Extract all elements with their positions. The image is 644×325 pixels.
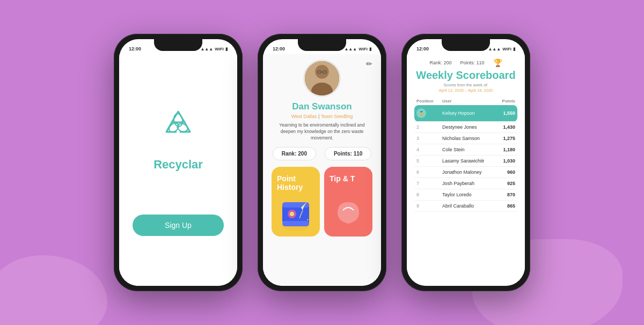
- status-icons-3: ▲▲▲ WiFi ▮: [488, 47, 515, 51]
- wifi-icon: WiFi: [215, 47, 224, 51]
- avatar: [303, 60, 341, 97]
- phone3-content: Rank: 200 Points: 110 🏆 Weekly Scoreboar…: [407, 54, 525, 286]
- cards-row: Point History: [272, 167, 372, 237]
- cell-user: Destynee Jones: [440, 122, 496, 133]
- profile-bio: Yearning to be enviromentally inclined a…: [272, 122, 372, 142]
- cell-user: Cole Stein: [440, 144, 496, 156]
- card-tips[interactable]: Tip & T: [324, 167, 372, 237]
- table-header-row: Position User Points: [414, 97, 517, 105]
- edit-icon[interactable]: ✏: [366, 60, 372, 68]
- rank-display: Rank: 200: [429, 60, 451, 65]
- phones-container: 12:00 ▲▲▲ WiFi ▮: [114, 34, 530, 291]
- status-icons-2: ▲▲▲ WiFi ▮: [344, 47, 371, 51]
- cell-position: 🏅: [414, 105, 440, 122]
- cell-points: 1,275: [496, 133, 517, 144]
- notch-1: [154, 39, 202, 51]
- col-user: User: [440, 97, 496, 105]
- app-name: Recyclar: [153, 158, 203, 172]
- cell-user: Jonathon Maloney: [440, 167, 496, 178]
- table-row: 3 Nicholas Samson 1,275: [414, 133, 517, 144]
- points-value: 110: [354, 151, 363, 157]
- table-row: 4 Cole Stein 1,180: [414, 144, 517, 156]
- phone-scoreboard: 12:00 ▲▲▲ WiFi ▮ Rank: 200 Points: 110 🏆…: [401, 34, 530, 291]
- time-2: 12:00: [273, 46, 285, 51]
- table-row: 6 Jonathon Maloney 960: [414, 167, 517, 178]
- cell-user: Taylor Loredo: [440, 189, 496, 201]
- table-row: 2 Destynee Jones 1,430: [414, 122, 517, 133]
- phone-recyclar: 12:00 ▲▲▲ WiFi ▮: [114, 34, 243, 291]
- tips-illustration: [332, 191, 364, 234]
- score-table: Position User Points 🏅 Kelsey Hopson 1,5…: [414, 97, 517, 212]
- table-row: 5 Lasamy Sarawichitr 1,030: [414, 156, 517, 167]
- cell-position: 4: [414, 144, 440, 156]
- points-display: Points: 110: [460, 60, 485, 65]
- wifi-icon-2: WiFi: [358, 47, 368, 51]
- col-points: Points: [496, 97, 517, 105]
- notch-3: [442, 39, 490, 51]
- svg-rect-11: [282, 202, 309, 208]
- score-tbody: 🏅 Kelsey Hopson 1,5502 Destynee Jones 1,…: [414, 105, 517, 212]
- signup-button[interactable]: Sign Up: [133, 215, 224, 236]
- time-1: 12:00: [129, 46, 141, 51]
- cell-user: Josh Payberah: [440, 178, 496, 189]
- cell-points: 1,430: [496, 122, 517, 133]
- team-label: Team Seedling: [321, 114, 353, 119]
- cell-position: 6: [414, 167, 440, 178]
- cell-user: Lasamy Sarawichitr: [440, 156, 496, 167]
- battery-icon-2: ▮: [369, 47, 371, 51]
- card-point-history-title: Point History: [277, 174, 314, 193]
- cell-points: 1,030: [496, 156, 517, 167]
- cell-position: 2: [414, 122, 440, 133]
- svg-text:✦: ✦: [306, 218, 309, 221]
- status-icons-1: ▲▲▲ WiFi ▮: [200, 47, 228, 51]
- cell-position: 3: [414, 133, 440, 144]
- phone1-content: Recyclar Sign Up: [119, 54, 237, 286]
- cell-points: 960: [496, 167, 517, 178]
- cell-position: 5: [414, 156, 440, 167]
- svg-text:✦: ✦: [280, 220, 284, 225]
- signal-icon-3: ▲▲▲: [488, 47, 501, 51]
- table-row: 🏅 Kelsey Hopson 1,550: [414, 105, 517, 122]
- cell-points: 1,550: [496, 105, 517, 122]
- scoreboard-date: April 12, 2020 – April 18, 2020: [414, 88, 517, 93]
- top-rank-row: Rank: 200 Points: 110 🏆: [414, 58, 517, 67]
- card-point-history[interactable]: Point History: [272, 167, 320, 237]
- table-row: 8 Taylor Loredo 870: [414, 189, 517, 201]
- table-row: 7 Josh Payberah 925: [414, 178, 517, 189]
- svg-point-14: [290, 212, 294, 216]
- cell-user: Kelsey Hopson: [440, 105, 496, 122]
- profile-location: West Dallas | Team Seedling: [291, 114, 353, 119]
- col-position: Position: [414, 97, 440, 105]
- phone2-content: ✏ Dan Sw: [263, 54, 381, 286]
- rank-points-row: Rank: 200 Points: 110: [273, 147, 372, 160]
- cell-user: Abril Caraballo: [440, 201, 496, 212]
- cell-points: 1,180: [496, 144, 517, 156]
- scoreboard-subtitle: Scores from the week of:: [414, 83, 517, 87]
- profile-name: Dan Swanson: [292, 101, 352, 112]
- recycle-icon: [157, 104, 200, 147]
- cell-points: 865: [496, 201, 517, 212]
- battery-icon-3: ▮: [513, 47, 515, 51]
- scroll-illustration: ✦ ✦: [272, 191, 320, 234]
- trophy-icon: 🏆: [493, 58, 502, 67]
- signal-icon-2: ▲▲▲: [344, 47, 357, 51]
- recycle-icon-wrap: [157, 104, 200, 149]
- cell-position: 9: [414, 201, 440, 212]
- cell-position: 7: [414, 178, 440, 189]
- rank-value: 200: [298, 151, 307, 157]
- card-tips-title: Tip & T: [330, 174, 355, 183]
- svg-rect-12: [282, 221, 309, 226]
- person-silhouette: [305, 61, 339, 95]
- cell-position: 8: [414, 189, 440, 201]
- phone-profile: 12:00 ▲▲▲ WiFi ▮ ✏: [258, 34, 386, 291]
- battery-icon: ▮: [225, 47, 228, 51]
- rank-box: Rank: 200: [273, 147, 316, 160]
- avatar-image: [305, 61, 339, 95]
- bg-decoration-left: [0, 255, 107, 325]
- points-label: Points:: [334, 151, 352, 157]
- notch-2: [298, 39, 346, 51]
- table-row: 9 Abril Caraballo 865: [414, 201, 517, 212]
- cell-user: Nicholas Samson: [440, 133, 496, 144]
- cell-points: 870: [496, 189, 517, 201]
- rank-label: Rank:: [282, 151, 297, 157]
